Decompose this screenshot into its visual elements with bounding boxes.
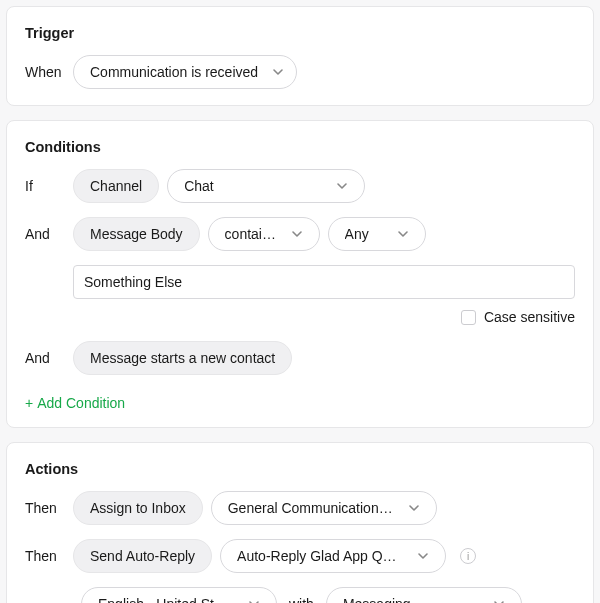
field-channel-label: Channel: [90, 178, 142, 194]
reply-channel-select[interactable]: Messaging: [326, 587, 522, 603]
action-auto-reply[interactable]: Send Auto-Reply: [73, 539, 212, 573]
language-label: English - United States: [98, 596, 234, 603]
add-condition-button[interactable]: + Add Condition: [25, 395, 125, 411]
channel-value-label: Chat: [184, 178, 214, 194]
trigger-title: Trigger: [25, 25, 575, 41]
auto-reply-template-label: Auto-Reply Glad App Qu…: [237, 548, 403, 564]
field-message-body[interactable]: Message Body: [73, 217, 200, 251]
with-label: with: [289, 596, 314, 603]
chevron-down-icon: [493, 598, 505, 603]
then-label-2: Then: [25, 548, 65, 564]
trigger-row: When Communication is received: [25, 55, 575, 89]
condition-row-1: If Channel Chat: [25, 169, 575, 203]
trigger-card: Trigger When Communication is received: [6, 6, 594, 106]
action-row-1: Then Assign to Inbox General Communicati…: [25, 491, 575, 525]
trigger-event-select[interactable]: Communication is received: [73, 55, 297, 89]
chevron-down-icon: [417, 550, 429, 562]
operator-label: contains: [225, 226, 277, 242]
field-new-contact-label: Message starts a new contact: [90, 350, 275, 366]
condition-row-3: And Message starts a new contact: [25, 341, 575, 375]
condition-row-2: And Message Body contains Any: [25, 217, 575, 251]
operator-select[interactable]: contains: [208, 217, 320, 251]
action-row-2: Then Send Auto-Reply Auto-Reply Glad App…: [25, 539, 575, 573]
info-icon[interactable]: i: [460, 548, 476, 564]
assign-target-label: General Communication…: [228, 500, 393, 516]
channel-value-select[interactable]: Chat: [167, 169, 365, 203]
actions-title: Actions: [25, 461, 575, 477]
and-label-1: And: [25, 226, 65, 242]
conditions-title: Conditions: [25, 139, 575, 155]
condition-value-row: [25, 265, 575, 299]
action-row-2b: English - United States with Messaging: [25, 587, 575, 603]
action-auto-reply-label: Send Auto-Reply: [90, 548, 195, 564]
message-body-value-input[interactable]: [73, 265, 575, 299]
reply-channel-label: Messaging: [343, 596, 411, 603]
action-assign-inbox-label: Assign to Inbox: [90, 500, 186, 516]
field-message-body-label: Message Body: [90, 226, 183, 242]
case-sensitive-checkbox[interactable]: [461, 310, 476, 325]
and-label-2: And: [25, 350, 65, 366]
chevron-down-icon: [336, 180, 348, 192]
assign-target-select[interactable]: General Communication…: [211, 491, 437, 525]
add-condition-label: Add Condition: [37, 395, 125, 411]
mode-select[interactable]: Any: [328, 217, 426, 251]
chevron-down-icon: [272, 66, 284, 78]
chevron-down-icon: [397, 228, 409, 240]
case-sensitive-label: Case sensitive: [484, 309, 575, 325]
chevron-down-icon: [248, 598, 260, 603]
chevron-down-icon: [291, 228, 303, 240]
then-label-1: Then: [25, 500, 65, 516]
action-assign-inbox[interactable]: Assign to Inbox: [73, 491, 203, 525]
language-select[interactable]: English - United States: [81, 587, 277, 603]
conditions-card: Conditions If Channel Chat And Message B…: [6, 120, 594, 428]
field-channel[interactable]: Channel: [73, 169, 159, 203]
trigger-event-label: Communication is received: [90, 64, 258, 80]
field-new-contact[interactable]: Message starts a new contact: [73, 341, 292, 375]
chevron-down-icon: [408, 502, 420, 514]
plus-icon: +: [25, 395, 33, 411]
case-sensitive-row: Case sensitive: [25, 309, 575, 325]
auto-reply-template-select[interactable]: Auto-Reply Glad App Qu…: [220, 539, 446, 573]
actions-card: Actions Then Assign to Inbox General Com…: [6, 442, 594, 603]
when-label: When: [25, 64, 65, 80]
mode-label: Any: [345, 226, 369, 242]
if-label: If: [25, 178, 65, 194]
